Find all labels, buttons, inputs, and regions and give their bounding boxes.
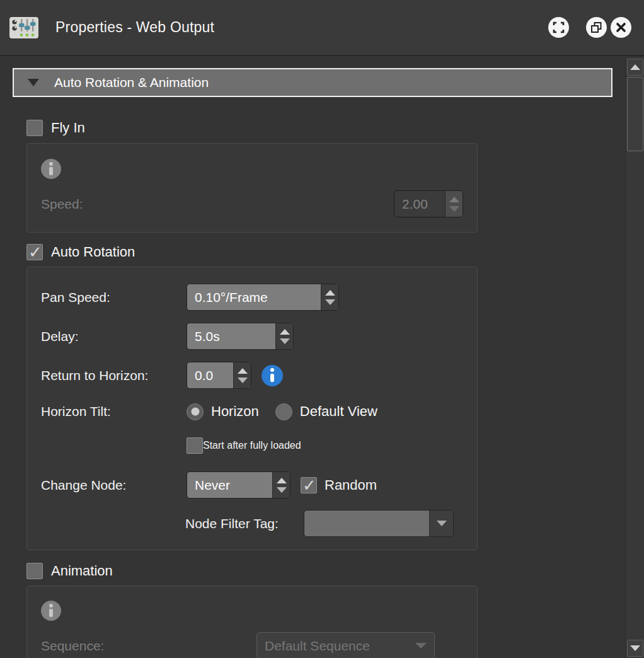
info-icon[interactable] (262, 365, 283, 386)
change-node-value[interactable]: Never (187, 472, 272, 498)
pan-speed-label: Pan Speed: (41, 290, 187, 305)
spin-down-icon[interactable] (277, 487, 287, 493)
return-to-horizon-label: Return to Horizon: (41, 368, 187, 383)
dropdown-arrow-icon (437, 521, 447, 526)
delay-spinner[interactable]: 5.0s (187, 323, 294, 350)
auto-rotation-row: Auto Rotation (26, 244, 625, 260)
random-checkbox[interactable] (301, 477, 317, 494)
delay-label: Delay: (41, 329, 187, 344)
sequence-row: Sequence: Default Sequence (41, 632, 463, 658)
fly-in-speed-spin-buttons (445, 191, 463, 217)
spin-up-icon[interactable] (238, 368, 248, 374)
node-filter-tag-label: Node Filter Tag: (185, 516, 304, 531)
node-filter-tag-value[interactable] (304, 511, 429, 536)
node-filter-tag-combobox[interactable] (304, 510, 454, 537)
vertical-scrollbar[interactable] (625, 57, 644, 658)
scrollbar-thumb[interactable] (627, 77, 643, 151)
auto-rotation-label: Auto Rotation (51, 244, 135, 260)
float-window-icon (590, 21, 602, 33)
spin-down-icon (449, 206, 459, 212)
titlebar: Properties - Web Output (0, 0, 644, 56)
spin-down-icon[interactable] (325, 299, 335, 305)
radio-default-view[interactable] (275, 403, 292, 420)
fly-in-speed-spinner: 2.00 (394, 190, 463, 217)
animation-label: Animation (51, 563, 113, 579)
pan-speed-row: Pan Speed: 0.10°/Frame (41, 284, 463, 311)
section-header-label: Auto Rotation & Animation (54, 75, 209, 90)
auto-rotation-checkbox[interactable] (26, 244, 43, 260)
return-to-horizon-spinner[interactable]: 0.0 (187, 362, 251, 389)
scroll-up-icon (630, 64, 640, 70)
fly-in-panel: Speed: 2.00 (26, 143, 478, 233)
sequence-value: Default Sequence (265, 638, 370, 654)
random-check-row: Random (301, 477, 377, 494)
node-filter-tag-row: Node Filter Tag: (185, 510, 463, 537)
start-after-fully-loaded-checkbox[interactable] (187, 437, 203, 454)
speed-row: Speed: 2.00 (41, 190, 463, 217)
node-filter-tag-dropdown-button[interactable] (429, 511, 453, 536)
fit-view-button[interactable] (548, 17, 569, 38)
speed-label: Speed: (41, 197, 187, 212)
animation-checkbox[interactable] (26, 563, 43, 579)
section-header-auto-rotation-animation[interactable]: Auto Rotation & Animation (13, 68, 612, 97)
sequence-dropdown: Default Sequence (256, 632, 435, 658)
dropdown-arrow-icon (415, 643, 427, 649)
properties-content: Auto Rotation & Animation Fly In Speed: … (0, 57, 625, 658)
change-node-spin-buttons[interactable] (272, 472, 290, 498)
radio-horizon[interactable] (187, 403, 204, 420)
collapse-triangle-icon (28, 79, 39, 86)
fly-in-label: Fly In (51, 120, 85, 136)
spin-up-icon[interactable] (277, 478, 287, 483)
scroll-down-button[interactable] (627, 640, 643, 657)
radio-horizon-label[interactable]: Horizon (211, 403, 259, 420)
animation-panel: Sequence: Default Sequence (26, 586, 478, 658)
change-node-row: Change Node: Never Random (41, 471, 463, 499)
scroll-up-button[interactable] (627, 59, 643, 76)
horizon-tilt-row: Horizon Tilt: Horizon Default View (41, 401, 463, 422)
info-icon (41, 159, 61, 179)
mixer-properties-icon (9, 15, 39, 40)
start-after-fully-loaded-label: Start after fully loaded (203, 440, 301, 451)
return-to-horizon-spin-buttons[interactable] (233, 362, 251, 388)
scroll-down-icon (630, 645, 640, 651)
window-title: Properties - Web Output (55, 19, 214, 36)
change-node-spinner[interactable]: Never (187, 471, 290, 499)
random-label: Random (325, 477, 377, 494)
fit-view-icon (553, 21, 565, 33)
spin-down-icon[interactable] (280, 338, 290, 344)
delay-value[interactable]: 5.0s (187, 323, 275, 349)
fly-in-speed-value: 2.00 (394, 191, 445, 217)
float-window-button[interactable] (586, 17, 607, 38)
spin-up-icon (449, 197, 459, 202)
horizon-tilt-label: Horizon Tilt: (41, 404, 187, 419)
delay-row: Delay: 5.0s (41, 323, 463, 350)
pan-speed-spinner[interactable]: 0.10°/Frame (187, 284, 339, 311)
sequence-label: Sequence: (41, 638, 256, 654)
spin-down-icon[interactable] (238, 378, 248, 383)
horizon-tilt-radio-group: Horizon Default View (187, 403, 377, 420)
change-node-label: Change Node: (41, 478, 187, 493)
return-to-horizon-value[interactable]: 0.0 (187, 362, 233, 388)
fly-in-checkbox[interactable] (26, 120, 43, 136)
pan-speed-spin-buttons[interactable] (321, 284, 338, 310)
fly-in-row: Fly In (26, 120, 625, 136)
radio-default-view-label[interactable]: Default View (300, 403, 377, 420)
spin-up-icon[interactable] (280, 329, 290, 335)
pan-speed-value[interactable]: 0.10°/Frame (187, 284, 321, 310)
close-icon (616, 22, 626, 33)
animation-row: Animation (26, 563, 625, 579)
delay-spin-buttons[interactable] (275, 323, 293, 349)
info-icon (41, 601, 61, 621)
spin-up-icon[interactable] (325, 290, 335, 296)
auto-rotation-panel: Pan Speed: 0.10°/Frame Delay: 5.0s Retur… (26, 267, 478, 550)
close-button[interactable] (611, 17, 631, 38)
start-after-fully-loaded-row: Start after fully loaded (187, 437, 463, 454)
return-to-horizon-row: Return to Horizon: 0.0 (41, 362, 463, 389)
